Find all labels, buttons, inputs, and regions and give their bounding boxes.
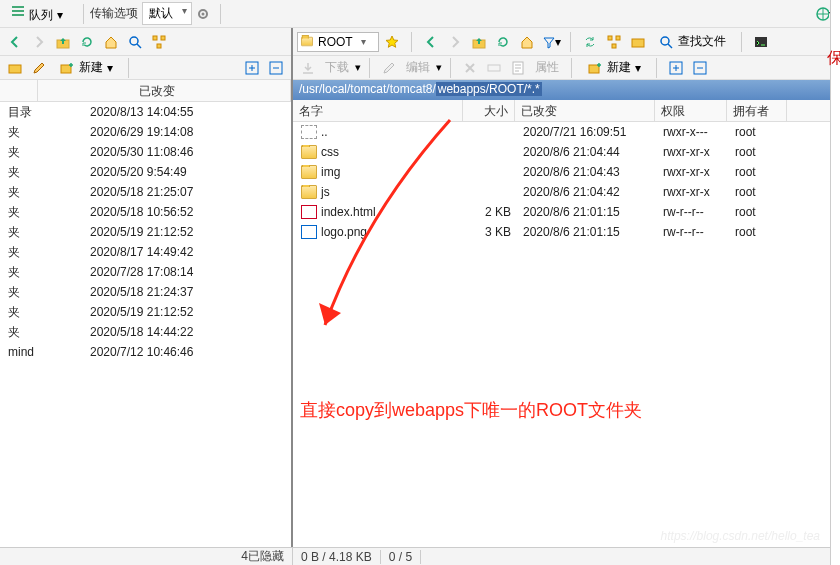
transfer-dropdown[interactable]: 默认	[142, 2, 192, 25]
plus-folder-icon	[587, 60, 603, 76]
list-item[interactable]: img2020/8/6 21:04:43rwxr-xr-xroot	[293, 162, 840, 182]
download-icon	[300, 60, 316, 76]
svg-rect-0	[12, 6, 24, 8]
local-toolbar2: 新建 ▾	[0, 56, 291, 80]
refresh-button[interactable]	[492, 31, 514, 53]
expand-button[interactable]	[241, 57, 263, 79]
list-item[interactable]: 夹2020/5/18 14:44:22	[0, 322, 291, 342]
remote-open-button[interactable]	[627, 31, 649, 53]
local-file-list[interactable]: 目录2020/8/13 14:04:55夹2020/6/29 19:14:08夹…	[0, 102, 291, 547]
address-combo[interactable]: ROOT ▾	[297, 32, 379, 52]
remote-toolbar2: 下载▾ 编辑▾ 属性 新建 ▾	[293, 56, 840, 80]
remote-file-list[interactable]: ..2020/7/21 16:09:51rwxr-x---rootcss2020…	[293, 122, 840, 547]
list-item[interactable]: index.html2 KB2020/8/6 21:01:15rw-r--r--…	[293, 202, 840, 222]
collapse-button[interactable]	[265, 57, 287, 79]
tree-button[interactable]	[603, 31, 625, 53]
separator	[570, 32, 571, 52]
svg-rect-12	[61, 65, 71, 73]
svg-rect-1	[12, 10, 24, 12]
props-label: 属性	[531, 59, 563, 76]
list-item[interactable]: js2020/8/6 21:04:42rwxr-xr-xroot	[293, 182, 840, 202]
col-owner[interactable]: 拥有者	[727, 100, 787, 121]
tree-button[interactable]	[148, 31, 170, 53]
separator	[128, 58, 129, 78]
collapse-button[interactable]	[689, 57, 711, 79]
local-pane: 新建 ▾ 已改变 目录2020/8/13 14:04:55夹2020/6/29 …	[0, 28, 293, 547]
queue-button[interactable]: 队列 ▾	[4, 1, 69, 26]
home-icon	[519, 34, 535, 50]
list-item[interactable]: 夹2020/5/19 21:12:52	[0, 222, 291, 242]
svg-rect-16	[608, 36, 612, 40]
list-item[interactable]: 夹2020/8/17 14:49:42	[0, 242, 291, 262]
status-bar: 4已隐藏 0 B / 4.18 KB 0 / 5	[0, 547, 840, 565]
list-item[interactable]: 夹2020/6/29 19:14:08	[0, 122, 291, 142]
list-item[interactable]: 夹2020/5/30 11:08:46	[0, 142, 291, 162]
refresh-button[interactable]	[76, 31, 98, 53]
rename-button[interactable]	[483, 57, 505, 79]
filter-button[interactable]: ▾	[540, 31, 562, 53]
find-files-button[interactable]: 查找文件	[651, 31, 733, 53]
list-item[interactable]: 目录2020/8/13 14:04:55	[0, 102, 291, 122]
col-changed[interactable]: 已改变	[38, 80, 291, 101]
transfer-label: 传输选项	[90, 5, 138, 22]
list-item[interactable]: 夹2020/5/20 9:54:49	[0, 162, 291, 182]
remote-list-header: 名字 大小 已改变 权限 拥有者	[293, 100, 840, 122]
svg-point-20	[661, 37, 669, 45]
crop-text: 保	[827, 48, 840, 69]
new-button[interactable]: 新建 ▾	[52, 57, 120, 79]
remote-path-bar[interactable]: /usr/local/tomcat/tomcat8/webapps/ROOT/*…	[293, 80, 840, 100]
sync-button[interactable]	[579, 31, 601, 53]
list-item[interactable]: 夹2020/7/28 17:08:14	[0, 262, 291, 282]
minus-box-icon	[692, 60, 708, 76]
nav-fwd-button[interactable]	[28, 31, 50, 53]
bookmark-button[interactable]	[381, 31, 403, 53]
status-count: 0 / 5	[381, 550, 421, 564]
arrow-left-icon	[423, 34, 439, 50]
plus-box-icon	[244, 60, 260, 76]
list-item[interactable]: 夹2020/5/18 21:24:37	[0, 282, 291, 302]
col-name[interactable]: 名字	[293, 100, 463, 121]
download-button[interactable]	[297, 57, 319, 79]
terminal-button[interactable]	[750, 31, 772, 53]
home-button[interactable]	[516, 31, 538, 53]
separator	[450, 58, 451, 78]
folder-open-icon	[7, 60, 23, 76]
open-button[interactable]	[4, 57, 26, 79]
list-item[interactable]: css2020/8/6 21:04:44rwxr-xr-xroot	[293, 142, 840, 162]
list-item[interactable]: 夹2020/5/18 21:25:07	[0, 182, 291, 202]
list-item[interactable]: mind2020/7/12 10:46:46	[0, 342, 291, 362]
svg-point-7	[130, 37, 138, 45]
nav-back-button[interactable]	[4, 31, 26, 53]
list-item[interactable]: 夹2020/5/19 21:12:52	[0, 302, 291, 322]
list-item[interactable]: 夹2020/5/18 10:56:52	[0, 202, 291, 222]
props-button[interactable]	[507, 57, 529, 79]
nav-up-button[interactable]	[52, 31, 74, 53]
nav-back-button[interactable]	[420, 31, 442, 53]
list-item[interactable]: ..2020/7/21 16:09:51rwxr-x---root	[293, 122, 840, 142]
local-list-header: 已改变	[0, 80, 291, 102]
list-item[interactable]: logo.png3 KB2020/8/6 21:01:15rw-r--r--ro…	[293, 222, 840, 242]
path-highlight: webapps/ROOT/*.*	[436, 82, 542, 96]
col-name[interactable]	[0, 80, 38, 101]
refresh-icon	[495, 34, 511, 50]
expand-button[interactable]	[665, 57, 687, 79]
col-changed[interactable]: 已改变	[515, 100, 655, 121]
filter-icon	[541, 34, 555, 50]
chevron-down-icon: ▾	[357, 36, 366, 47]
edit-button[interactable]	[28, 57, 50, 79]
edit-button[interactable]	[378, 57, 400, 79]
col-perm[interactable]: 权限	[655, 100, 727, 121]
col-size[interactable]: 大小	[463, 100, 515, 121]
find-label: 查找文件	[678, 33, 726, 50]
nav-fwd-button[interactable]	[444, 31, 466, 53]
nav-up-button[interactable]	[468, 31, 490, 53]
new-button[interactable]: 新建 ▾	[580, 57, 648, 79]
home-button[interactable]	[100, 31, 122, 53]
new-label: 新建	[79, 59, 103, 76]
find-button[interactable]	[124, 31, 146, 53]
delete-button[interactable]	[459, 57, 481, 79]
transfer-settings-button[interactable]	[192, 3, 214, 25]
new-label: 新建	[607, 59, 631, 76]
separator	[369, 58, 370, 78]
svg-rect-24	[589, 65, 599, 73]
